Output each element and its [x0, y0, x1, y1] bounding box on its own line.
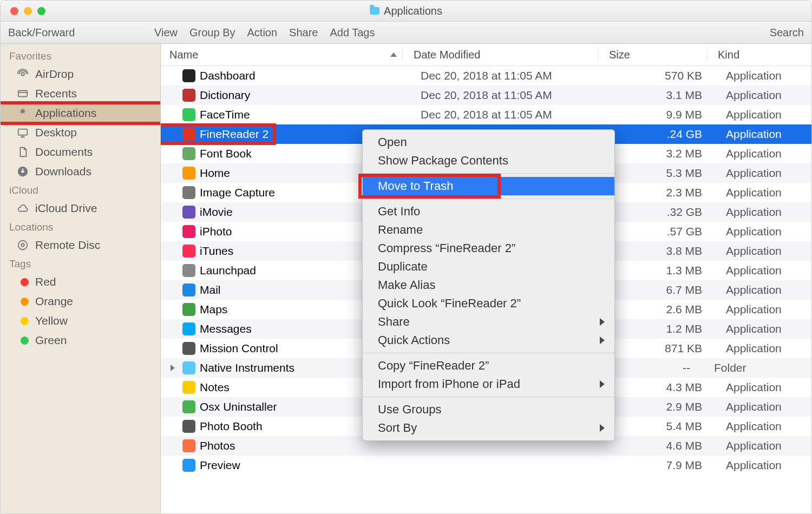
desktop-icon	[16, 126, 30, 140]
sidebar-item-label: Recents	[35, 87, 77, 100]
menu-item-rename[interactable]: Rename	[363, 221, 614, 239]
close-window-button[interactable]	[10, 7, 18, 15]
sidebar-item-desktop[interactable]: Desktop	[1, 123, 160, 142]
sidebar-item-remote-disc[interactable]: Remote Disc	[1, 235, 160, 255]
tag-icon	[16, 275, 30, 289]
sidebar-item-icloud-drive[interactable]: iCloud Drive	[1, 199, 160, 218]
menu-item-use-groups[interactable]: Use Groups	[363, 400, 614, 419]
sidebar-item-applications[interactable]: Applications	[1, 103, 160, 123]
sidebar-item-label: Yellow	[35, 314, 68, 327]
menu-item-open[interactable]: Open	[363, 133, 614, 151]
zoom-window-button[interactable]	[37, 7, 45, 15]
svg-rect-2	[18, 129, 28, 135]
window-title: Applications	[370, 5, 442, 17]
group-by-button[interactable]: Group By	[189, 27, 235, 39]
file-date: Dec 20, 2018 at 11:05 AM	[410, 69, 605, 82]
menu-item-get-info[interactable]: Get Info	[363, 202, 614, 221]
menu-item-sort-by[interactable]: Sort By	[363, 419, 614, 437]
file-name: iTunes	[200, 245, 233, 258]
column-date-modified[interactable]: Date Modified	[403, 49, 598, 61]
sidebar-section-header: Tags	[1, 255, 160, 272]
file-name: Osx Uninstaller	[200, 400, 277, 413]
menu-separator	[363, 353, 614, 353]
sidebar-item-red[interactable]: Red	[1, 272, 160, 292]
file-row[interactable]: DashboardDec 20, 2018 at 11:05 AM570 KBA…	[161, 66, 811, 85]
sidebar-item-label: Desktop	[35, 126, 77, 139]
svg-rect-1	[18, 91, 28, 97]
file-name: Font Book	[200, 147, 252, 160]
finder-window: Applications Back/Forward View Group By …	[0, 0, 812, 514]
app-icon	[182, 439, 195, 452]
add-tags-button[interactable]: Add Tags	[330, 27, 375, 39]
app-icon	[182, 459, 195, 472]
disclosure-triangle-icon[interactable]	[171, 365, 175, 371]
file-name: Mission Control	[200, 342, 278, 355]
column-name[interactable]: Name	[161, 49, 403, 61]
share-button[interactable]: Share	[289, 27, 318, 39]
sidebar-item-yellow[interactable]: Yellow	[1, 311, 160, 331]
file-size: 871 KB	[605, 342, 715, 355]
file-name: Native Instruments	[200, 361, 294, 374]
app-icon	[182, 322, 195, 335]
column-size[interactable]: Size	[598, 49, 707, 61]
menu-item-duplicate[interactable]: Duplicate	[363, 258, 614, 276]
app-icon	[182, 108, 195, 121]
menu-separator	[363, 199, 614, 199]
sidebar-item-label: Applications	[35, 107, 96, 120]
app-icon	[182, 264, 195, 277]
file-date: Dec 20, 2018 at 11:05 AM	[410, 108, 605, 121]
file-size: 2.3 MB	[605, 186, 715, 199]
action-button[interactable]: Action	[247, 27, 277, 39]
menu-item-make-alias[interactable]: Make Alias	[363, 276, 614, 294]
menu-item-import-from-iphone-or-ipad[interactable]: Import from iPhone or iPad	[363, 375, 614, 393]
window-title-text: Applications	[384, 5, 442, 17]
app-icon	[182, 128, 195, 141]
file-row[interactable]: Preview7.9 MBApplication	[161, 456, 811, 475]
file-size: 3.2 MB	[605, 147, 715, 160]
menu-item-move-to-trash[interactable]: Move to Trash	[363, 177, 614, 195]
tag-icon	[16, 333, 30, 347]
sidebar-item-green[interactable]: Green	[1, 331, 160, 350]
menu-item-share[interactable]: Share	[363, 313, 614, 331]
file-name: iMovie	[200, 206, 233, 219]
file-kind: Folder	[703, 361, 811, 374]
column-kind[interactable]: Kind	[707, 49, 811, 61]
sidebar-item-documents[interactable]: Documents	[1, 142, 160, 162]
menu-item-show-package-contents[interactable]: Show Package Contents	[363, 151, 614, 170]
file-row[interactable]: DictionaryDec 20, 2018 at 11:05 AM3.1 MB…	[161, 85, 811, 105]
file-kind: Application	[715, 108, 811, 121]
menu-item-quick-look-finereader-2[interactable]: Quick Look “FineReader 2”	[363, 294, 614, 313]
file-size: .57 GB	[605, 225, 715, 238]
menu-item-compress-finereader-2[interactable]: Compress “FineReader 2”	[363, 239, 614, 258]
sidebar-item-downloads[interactable]: Downloads	[1, 162, 160, 181]
menu-item-quick-actions[interactable]: Quick Actions	[363, 331, 614, 350]
file-kind: Application	[715, 186, 811, 199]
view-button[interactable]: View	[154, 27, 178, 39]
app-icon	[182, 89, 195, 102]
recents-icon	[16, 87, 30, 101]
minimize-window-button[interactable]	[24, 7, 32, 15]
sidebar-item-orange[interactable]: Orange	[1, 292, 160, 311]
file-kind: Application	[715, 459, 811, 472]
folder-icon	[182, 361, 195, 374]
file-name: FaceTime	[200, 108, 250, 121]
file-row[interactable]: FaceTimeDec 20, 2018 at 11:05 AM9.9 MBAp…	[161, 105, 811, 124]
back-forward-button[interactable]: Back/Forward	[8, 27, 154, 39]
sort-ascending-icon	[390, 52, 397, 57]
file-size: 6.7 MB	[605, 284, 715, 296]
file-name: Dashboard	[200, 69, 256, 82]
toolbar: Back/Forward View Group By Action Share …	[1, 22, 811, 44]
sidebar: FavoritesAirDropRecentsApplicationsDeskt…	[1, 44, 161, 513]
app-icon	[182, 342, 195, 355]
app-icon	[182, 206, 195, 219]
file-kind: Application	[715, 381, 811, 394]
sidebar-item-airdrop[interactable]: AirDrop	[1, 64, 160, 84]
sidebar-item-label: Downloads	[35, 165, 91, 178]
search-button[interactable]: Search	[770, 27, 804, 39]
menu-item-copy-finereader-2[interactable]: Copy “FineReader 2”	[363, 357, 614, 375]
context-menu: OpenShow Package ContentsMove to TrashGe…	[362, 129, 615, 441]
tag-icon	[16, 314, 30, 328]
sidebar-item-recents[interactable]: Recents	[1, 84, 160, 103]
sidebar-item-label: Remote Disc	[35, 239, 100, 252]
file-size: 3.1 MB	[605, 89, 715, 102]
